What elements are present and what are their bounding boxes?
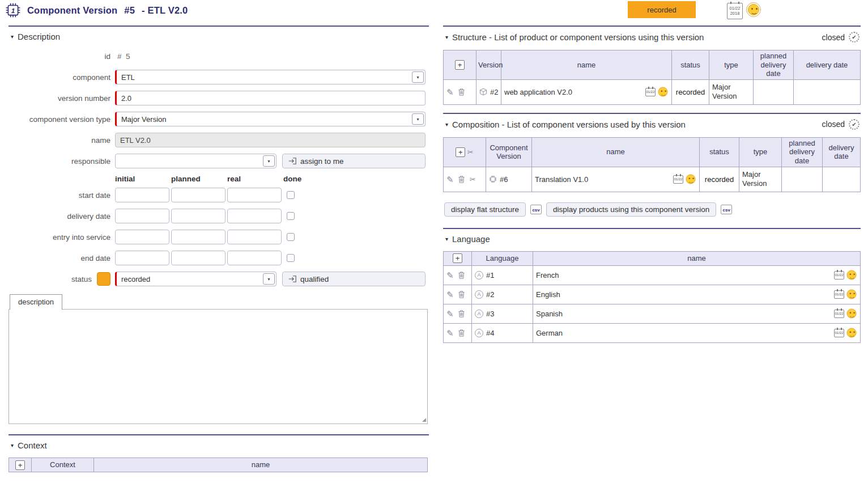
delete-icon[interactable] — [458, 291, 465, 298]
delete-icon[interactable] — [458, 310, 465, 317]
delivery-date-planned-input[interactable] — [171, 209, 225, 223]
composition-row-id[interactable]: #6 — [500, 175, 508, 184]
start-date-initial-input[interactable] — [115, 188, 169, 202]
collapse-caret-icon[interactable]: ▾ — [445, 121, 448, 128]
entry-into-service-real-input[interactable] — [227, 230, 282, 244]
calendar-icon[interactable]: 01/22 — [834, 271, 844, 280]
calendar-icon[interactable]: 01/22 — [834, 290, 844, 299]
header-status-badge[interactable]: recorded — [628, 1, 696, 18]
delete-icon[interactable] — [458, 176, 465, 183]
structure-row-id[interactable]: #2 — [490, 88, 498, 96]
entry-into-service-done-checkbox[interactable] — [287, 233, 295, 241]
closed-seal-icon[interactable]: ✔ — [849, 119, 860, 130]
end-date-done-checkbox[interactable] — [287, 254, 295, 262]
calendar-icon[interactable]: 01/22 — [645, 88, 656, 96]
assign-to-me-button[interactable]: assign to me — [282, 154, 426, 168]
start-date-planned-input[interactable] — [171, 188, 225, 202]
smiley-icon[interactable] — [847, 309, 857, 319]
edit-icon[interactable]: ✎ — [446, 87, 454, 97]
language-row-name[interactable]: German — [536, 329, 563, 337]
header-smiley-icon[interactable] — [746, 2, 761, 17]
description-tab[interactable]: description — [10, 294, 62, 310]
smiley-icon[interactable] — [847, 270, 857, 280]
qualified-button[interactable]: qualified — [282, 272, 426, 286]
entry-into-service-initial-input[interactable] — [115, 230, 169, 244]
cut-icon[interactable]: ✂ — [470, 175, 476, 184]
entry-into-service-planned-input[interactable] — [171, 230, 225, 244]
cut-icon[interactable]: ✂ — [467, 148, 474, 156]
delivery-date-done-checkbox[interactable] — [287, 212, 295, 220]
collapse-caret-icon[interactable]: ▾ — [11, 442, 14, 448]
add-context-button[interactable]: + — [15, 460, 25, 470]
chevron-down-icon[interactable]: ▾ — [412, 113, 424, 125]
status-color-swatch[interactable] — [97, 272, 110, 286]
resize-handle-icon[interactable]: ◢ — [422, 417, 426, 422]
language-row: ✎ A #2 English 01/22 — [444, 285, 861, 304]
add-composition-button[interactable]: + — [456, 147, 465, 157]
add-language-button[interactable]: + — [453, 253, 462, 263]
smiley-icon[interactable] — [686, 175, 696, 184]
edit-icon[interactable]: ✎ — [446, 290, 454, 299]
edit-icon[interactable]: ✎ — [446, 309, 454, 319]
delete-icon[interactable] — [458, 88, 465, 96]
smiley-icon[interactable] — [847, 328, 857, 338]
composition-section: ▾ Composition - List of component versio… — [443, 113, 861, 192]
component-version-type-combobox[interactable]: Major Version ▾ — [115, 112, 426, 126]
version-number-input[interactable]: 2.0 — [115, 91, 426, 105]
start-date-real-input[interactable] — [227, 188, 282, 202]
assign-icon — [288, 158, 296, 164]
section-divider — [8, 26, 429, 27]
delivery-date-real-input[interactable] — [227, 209, 282, 223]
chevron-down-icon[interactable]: ▾ — [263, 273, 275, 285]
calendar-icon[interactable]: 01/22 — [673, 175, 683, 184]
language-row-name[interactable]: English — [536, 290, 560, 299]
language-row-name[interactable]: French — [536, 271, 559, 280]
composition-row-status-badge: recorded — [700, 167, 739, 192]
end-date-planned-input[interactable] — [171, 251, 225, 265]
component-version-type-label: component version type — [8, 115, 110, 124]
delivery-date-initial-input[interactable] — [115, 209, 169, 223]
composition-row-name[interactable]: Translation V1.0 — [535, 175, 588, 184]
csv-export-icon[interactable]: csv — [530, 205, 542, 214]
responsible-combobox[interactable]: ▾ — [115, 154, 276, 168]
edit-icon[interactable]: ✎ — [446, 270, 454, 280]
language-row-id[interactable]: #3 — [486, 310, 494, 318]
component-version-type-value: Major Version — [121, 115, 166, 124]
end-date-initial-input[interactable] — [115, 251, 169, 265]
collapse-caret-icon[interactable]: ▾ — [11, 33, 14, 40]
csv-export-icon[interactable]: csv — [721, 205, 732, 214]
calendar-icon[interactable]: 01/22 — [834, 310, 844, 318]
language-row-name[interactable]: Spanish — [536, 310, 563, 318]
composition-type-header: type — [739, 137, 782, 167]
delete-icon[interactable] — [458, 272, 465, 279]
component-combobox[interactable]: ETL ▾ — [115, 70, 426, 84]
delete-icon[interactable] — [458, 329, 465, 337]
page-title-label: Component Version — [27, 5, 117, 16]
calendar-icon[interactable]: 01/22 — [834, 329, 844, 337]
header-calendar-icon[interactable]: 01/22 2018 — [727, 3, 743, 19]
component-label: component — [8, 73, 110, 82]
language-row-id[interactable]: #1 — [486, 271, 494, 280]
product-cube-icon[interactable] — [479, 88, 487, 96]
display-flat-structure-button[interactable]: display flat structure — [444, 202, 526, 217]
status-combobox[interactable]: recorded ▾ — [115, 272, 276, 286]
add-structure-button[interactable]: + — [455, 60, 465, 70]
end-date-real-input[interactable] — [227, 251, 282, 265]
structure-row-name[interactable]: web application V2.0 — [504, 88, 572, 96]
chevron-down-icon[interactable]: ▾ — [263, 155, 275, 167]
collapse-caret-icon[interactable]: ▾ — [445, 236, 448, 242]
collapse-caret-icon[interactable]: ▾ — [445, 34, 448, 40]
display-products-button[interactable]: display products using this component ve… — [546, 202, 716, 217]
start-date-done-checkbox[interactable] — [287, 191, 295, 199]
id-value: # 5 — [115, 52, 130, 61]
language-row-id[interactable]: #2 — [486, 290, 494, 299]
edit-icon[interactable]: ✎ — [446, 328, 454, 338]
description-textarea[interactable] — [8, 309, 428, 424]
edit-icon[interactable]: ✎ — [446, 175, 454, 184]
smiley-icon[interactable] — [658, 87, 668, 97]
smiley-icon[interactable] — [847, 290, 857, 299]
component-chip-icon[interactable] — [489, 175, 497, 183]
language-row-id[interactable]: #4 — [486, 329, 494, 337]
closed-seal-icon[interactable]: ✔ — [849, 32, 860, 43]
chevron-down-icon[interactable]: ▾ — [412, 71, 424, 83]
